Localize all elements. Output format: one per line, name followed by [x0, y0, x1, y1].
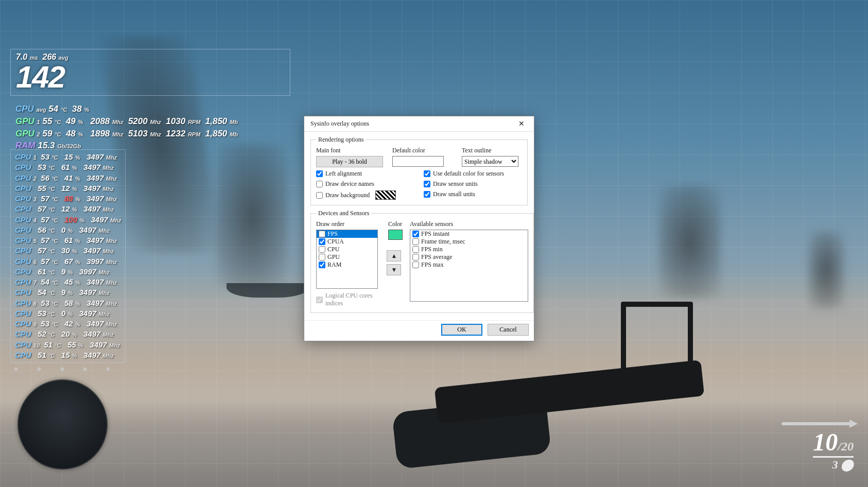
osd-cpu-cores: CPU 1 53 °C 15 % 3497 MhzCPU 53 °C 61 % … — [10, 149, 126, 363]
available-sensor-item[interactable]: FPS average — [410, 253, 528, 261]
available-sensor-label: FPS instant — [421, 230, 449, 238]
available-sensor-item[interactable]: FPS instant — [410, 230, 528, 238]
draw-order-item[interactable]: RAM — [317, 261, 377, 269]
draw-order-listbox[interactable]: FPSCPUACPUGPURAM — [316, 230, 378, 289]
draw-order-item-checkbox[interactable] — [319, 246, 325, 253]
draw-sensor-units-checkbox[interactable] — [424, 181, 430, 187]
logical-cores-label: Logical CPU cores indices — [325, 292, 380, 307]
draw-order-item[interactable]: FPS — [317, 230, 377, 238]
selected-color-swatch[interactable] — [388, 230, 403, 240]
draw-background-label: Draw background — [325, 192, 370, 199]
text-outline-select[interactable]: Simple shadow — [462, 156, 518, 167]
rendering-options-group: Rendering options Main font Play - 36 bo… — [310, 136, 528, 205]
available-sensor-label: FPS average — [421, 253, 452, 261]
draw-order-item-checkbox[interactable] — [319, 231, 325, 237]
left-alignment-checkbox[interactable] — [316, 170, 323, 177]
draw-order-item-checkbox[interactable] — [319, 238, 325, 245]
draw-small-units-checkbox[interactable] — [424, 191, 430, 198]
draw-order-item[interactable]: CPU — [317, 246, 377, 253]
draw-small-units-label: Draw small units — [433, 190, 475, 198]
main-font-button[interactable]: Play - 36 bold — [316, 156, 383, 167]
logical-cores-checkbox — [316, 297, 323, 303]
move-down-button[interactable]: ▼ — [387, 264, 401, 275]
available-sensor-checkbox[interactable] — [412, 254, 419, 260]
ok-button[interactable]: OK — [441, 324, 482, 336]
available-sensor-item[interactable]: FPS min — [410, 246, 528, 253]
available-sensors-label: Available sensors — [410, 220, 528, 228]
main-font-label: Main font — [316, 147, 383, 154]
available-sensor-item[interactable]: FPS max — [410, 261, 528, 269]
text-outline-label: Text outline — [462, 147, 522, 154]
devices-sensors-group: Devices and Sensors Draw order FPSCPUACP… — [310, 210, 534, 313]
draw-device-names-checkbox[interactable] — [316, 181, 323, 187]
sysinfo-dialog: Sysinfo overlay options ✕ Rendering opti… — [304, 116, 534, 341]
draw-order-item-checkbox[interactable] — [319, 262, 325, 268]
available-sensor-checkbox[interactable] — [412, 231, 419, 237]
compass-strip — [14, 368, 110, 376]
draw-order-item-label: FPS — [327, 230, 338, 238]
available-sensor-checkbox[interactable] — [412, 262, 419, 268]
draw-background-checkbox[interactable] — [316, 192, 323, 199]
cancel-button[interactable]: Cancel — [488, 324, 529, 336]
rendering-legend: Rendering options — [316, 136, 366, 144]
draw-order-label: Draw order — [316, 220, 380, 228]
available-sensor-checkbox[interactable] — [412, 238, 419, 245]
minimap — [18, 379, 108, 469]
ammo-hud: 10/20 3 ⬤ — [813, 430, 854, 473]
color-label: Color — [387, 220, 404, 228]
devices-legend: Devices and Sensors — [316, 210, 371, 217]
draw-order-item-label: CPU — [327, 246, 339, 253]
osd-fps-panel: 7.0 ms 266 avg 142 — [10, 49, 290, 96]
available-sensor-label: FPS min — [421, 246, 443, 253]
fps-counter: 142 — [16, 62, 68, 93]
available-sensor-item[interactable]: Frame time, msec — [410, 238, 528, 246]
draw-order-item[interactable]: GPU — [317, 253, 377, 261]
draw-order-item-checkbox[interactable] — [319, 254, 325, 260]
use-default-color-label: Use default color for sensors — [433, 170, 504, 178]
default-color-label: Default color — [392, 147, 453, 154]
draw-order-item[interactable]: CPUA — [317, 238, 377, 246]
close-button[interactable]: ✕ — [511, 117, 532, 131]
available-sensor-checkbox[interactable] — [412, 246, 419, 253]
available-sensors-listbox[interactable]: FPS instantFrame time, msecFPS minFPS av… — [410, 230, 528, 302]
draw-order-item-label: RAM — [327, 261, 341, 269]
draw-sensor-units-label: Draw sensor units — [433, 180, 478, 188]
use-default-color-checkbox[interactable] — [424, 170, 430, 177]
available-sensor-label: FPS max — [421, 261, 444, 269]
draw-order-item-label: CPUA — [327, 238, 344, 246]
draw-order-item-label: GPU — [327, 253, 340, 261]
left-alignment-label: Left alignment — [325, 170, 362, 178]
draw-device-names-label: Draw device names — [325, 180, 374, 188]
dialog-title: Sysinfo overlay options — [310, 120, 369, 128]
available-sensor-label: Frame time, msec — [421, 238, 465, 246]
move-up-button[interactable]: ▲ — [387, 250, 401, 262]
default-color-swatch[interactable] — [392, 156, 444, 167]
melee-icon — [782, 422, 854, 425]
background-hatch[interactable] — [375, 190, 396, 200]
dialog-titlebar[interactable]: Sysinfo overlay options ✕ — [304, 116, 534, 132]
